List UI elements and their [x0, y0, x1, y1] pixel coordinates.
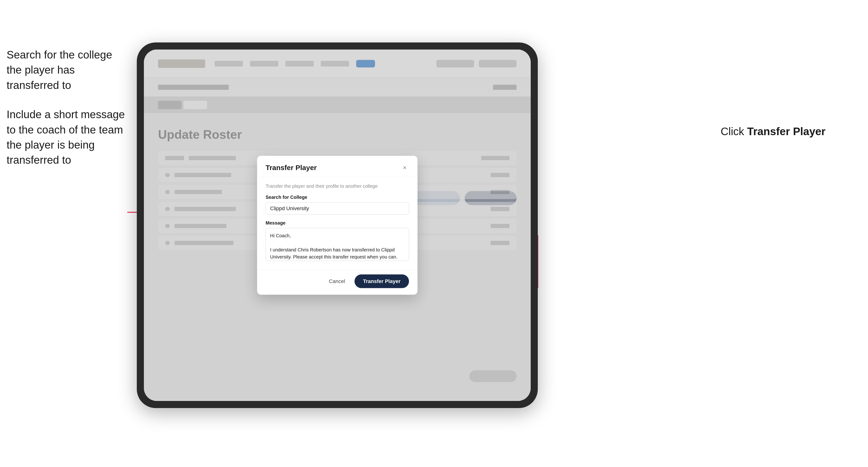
annotation-right: Click Transfer Player	[720, 125, 826, 138]
annotation-click-text: Click	[720, 125, 744, 137]
tablet-frame: Update Roster	[137, 42, 538, 408]
transfer-player-button[interactable]: Transfer Player	[354, 275, 409, 288]
college-search-input[interactable]	[266, 203, 409, 215]
cancel-button[interactable]: Cancel	[324, 276, 350, 287]
annotation-left: Search for the college the player has tr…	[7, 47, 129, 182]
modal-overlay: Transfer Player × Transfer the player an…	[144, 50, 531, 401]
dialog-description: Transfer the player and their profile to…	[266, 184, 409, 189]
dialog-title: Transfer Player	[266, 164, 317, 172]
message-textarea[interactable]: Hi Coach, I understand Chris Robertson h…	[266, 228, 409, 261]
dialog-footer: Cancel Transfer Player	[257, 270, 417, 295]
annotation-message-text: Include a short message to the coach of …	[7, 107, 129, 168]
annotation-search-text: Search for the college the player has tr…	[7, 47, 129, 93]
dialog-close-button[interactable]: ×	[401, 163, 409, 172]
dialog-header: Transfer Player ×	[257, 156, 417, 177]
college-label: Search for College	[266, 195, 409, 200]
annotation-transfer-text: Transfer Player	[747, 125, 826, 137]
message-label: Message	[266, 220, 409, 226]
dialog-body: Transfer the player and their profile to…	[257, 177, 417, 270]
tablet-screen: Update Roster	[144, 50, 531, 401]
transfer-dialog: Transfer Player × Transfer the player an…	[257, 156, 417, 295]
